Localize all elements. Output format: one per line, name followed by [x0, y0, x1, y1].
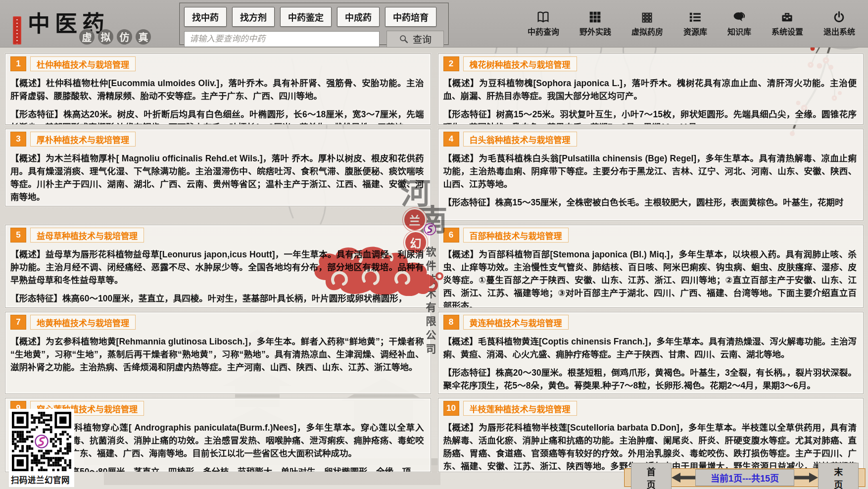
card-number: 3 — [10, 132, 26, 147]
card-overview: 【概述】为木兰科植物厚朴[ Magnoliu officinalis Rehd.… — [10, 152, 424, 203]
card-morphology: 【形态特征】株高20～30厘米。根茎短粗，倒鸡爪形，黄褐色。叶基生，3全裂，有长… — [443, 366, 857, 392]
app-subtitle: 虚 拟 仿 真 — [79, 29, 151, 45]
last-page-button[interactable]: 末页 — [818, 463, 859, 489]
tab-herb-cultivation[interactable]: 中药培育 — [385, 7, 436, 27]
article-card: 6百部种植技术与栽培管理 【概述】为百部科植物百部[Stemona japoni… — [438, 225, 864, 308]
lanhuan-logo-icon — [34, 434, 49, 449]
previous-page-arrow[interactable] — [672, 473, 695, 483]
magnifier-icon — [399, 34, 409, 44]
card-overview: 【概述】为百部科植物百部[Stemona japonica (Bl.) Miq.… — [443, 248, 857, 308]
card-overview: 【概述】杜仲科植物杜仲[Eucommia ulmoides Oliv.]，落叶乔… — [10, 77, 424, 102]
card-number: 6 — [443, 228, 459, 243]
arrow-left-icon — [672, 473, 695, 483]
qr-caption: 扫码进兰幻官网 — [11, 472, 72, 486]
qr-code-block: 扫码进兰幻官网 — [9, 409, 74, 487]
card-title[interactable]: 杜仲种植技术与栽培管理 — [30, 56, 136, 71]
article-card: 1杜仲种植技术与栽培管理 【概述】杜仲科植物杜仲[Eucommia ulmoid… — [5, 53, 431, 125]
card-morphology: 【形态特征】株高60～100厘米，茎直立，具四棱。叶对生，茎基部叶具长柄，叶片圆… — [10, 292, 424, 305]
arrow-right-icon — [794, 473, 818, 483]
app-header: 中医药 虚 拟 仿 真 找中药 找方剂 中药鉴定 中成药 中药培育 查询 — [0, 0, 868, 48]
card-overview: 【概述】益母草为唇形花科植物益母草[Leonurus japon,icus Ho… — [10, 248, 424, 287]
subtitle-char: 仿 — [117, 29, 132, 45]
subtitle-char: 虚 — [79, 29, 95, 45]
cells-icon — [640, 10, 654, 24]
card-morphology: 【形态特征】树高15～25米。羽状复叶互生，小叶7～15枚，卵状矩圆形。先端具细… — [443, 108, 857, 125]
app-logo: 中医药 虚 拟 仿 真 — [0, 0, 174, 47]
card-number: 8 — [443, 315, 459, 330]
card-title[interactable]: 黄连种植技术与栽培管理 — [463, 315, 569, 330]
nav-herb-query[interactable]: 中药查询 — [528, 10, 559, 37]
search-row: 查询 — [184, 31, 444, 48]
list-icon — [688, 10, 702, 24]
card-title[interactable]: 半枝莲种植技术与栽培管理 — [463, 401, 577, 416]
book-icon — [536, 10, 550, 24]
grid-icon — [588, 10, 602, 24]
article-card: 7地黄种植技术与栽培管理 【概述】为玄参科植物地黄[Rehmannia glut… — [5, 312, 431, 394]
tab-herb-identification[interactable]: 中药鉴定 — [280, 7, 332, 27]
search-button[interactable]: 查询 — [386, 31, 444, 48]
card-morphology: 【形态特征】株高达20米。树皮、叶折断后均具有白色细丝。叶椭圆形，长6～18厘米… — [10, 108, 424, 125]
card-number: 2 — [443, 56, 459, 71]
card-overview: 【概述】为豆科植物槐[Sophora japonica L.]，落叶乔木。槐树花… — [443, 77, 857, 102]
card-number: 7 — [10, 315, 26, 330]
tab-find-herb[interactable]: 找中药 — [184, 7, 227, 27]
power-icon — [832, 10, 846, 24]
main-nav: 中药查询 野外实践 虚拟药房 资源库 知识库 系统设置 — [528, 10, 868, 37]
card-number: 10 — [443, 401, 459, 416]
chat-icon — [732, 10, 746, 24]
article-card: 4白头翁种植技术与栽培管理 【概述】为毛茛科植株白头翁[Pulsatilla c… — [438, 129, 864, 221]
article-card: 5益母草种植技术与栽培管理 【概述】益母草为唇形花科植物益母草[Leonurus… — [5, 225, 431, 308]
card-overview: 【概述】为玄参科植物地黄[Rehmannia glutinosa Libosch… — [10, 335, 424, 374]
subtitle-char: 真 — [136, 29, 151, 45]
pagination-bar: 首页 当前1页---共15页 末页 — [624, 468, 866, 487]
card-overview: 【概述】毛茛科植物黄连[Coptis chinensis Franch.]，多年… — [443, 335, 857, 361]
card-title[interactable]: 益母草种植技术与栽培管理 — [30, 228, 144, 243]
search-input[interactable] — [184, 31, 380, 47]
nav-system-settings[interactable]: 系统设置 — [772, 10, 803, 37]
next-page-arrow[interactable] — [794, 473, 818, 483]
nav-knowledge-base[interactable]: 知识库 — [727, 10, 751, 37]
card-number: 4 — [443, 132, 459, 147]
card-title[interactable]: 槐花树种植技术与栽培管理 — [463, 56, 577, 71]
article-card: 2槐花树种植技术与栽培管理 【概述】为豆科植物槐[Sophora japonic… — [438, 53, 864, 125]
tab-patent-medicine[interactable]: 中成药 — [337, 7, 380, 27]
app-window: 中医药 虚 拟 仿 真 找中药 找方剂 中药鉴定 中成药 中药培育 查询 — [0, 0, 868, 489]
search-panel: 找中药 找方剂 中药鉴定 中成药 中药培育 查询 — [179, 2, 449, 45]
tab-find-prescription[interactable]: 找方剂 — [232, 7, 275, 27]
card-title[interactable]: 厚朴种植技术与栽培管理 — [30, 132, 136, 147]
subtitle-char: 拟 — [98, 29, 113, 45]
card-number: 5 — [10, 228, 26, 243]
card-title[interactable]: 地黄种植技术与栽培管理 — [30, 315, 136, 330]
nav-exit-system[interactable]: 退出系统 — [823, 10, 855, 37]
article-list: 1杜仲种植技术与栽培管理 【概述】杜仲科植物杜仲[Eucommia ulmoid… — [5, 53, 864, 472]
card-number: 1 — [10, 56, 26, 71]
card-morphology: 【形态特征】株高15～35厘米，全株密被白色长毛。主根较肥大，圆柱形，表面黄棕色… — [443, 196, 857, 209]
page-status: 当前1页---共15页 — [695, 469, 795, 486]
search-tabs: 找中药 找方剂 中药鉴定 中成药 中药培育 — [184, 7, 444, 27]
article-card: 10半枝莲种植技术与栽培管理 【概述】为唇形花科植物半枝莲[Scutellori… — [438, 398, 864, 472]
nav-virtual-pharmacy[interactable]: 虚拟药房 — [631, 10, 663, 37]
card-overview: 【概述】为毛茛科植株白头翁[Pulsatilla chinensis (Bge)… — [443, 152, 857, 191]
nav-resource-library[interactable]: 资源库 — [683, 10, 707, 37]
article-card: 8黄连种植技术与栽培管理 【概述】毛茛科植物黄连[Coptis chinensi… — [438, 312, 864, 394]
toolbox-icon — [780, 10, 794, 24]
card-title[interactable]: 百部种植技术与栽培管理 — [463, 228, 569, 243]
card-title[interactable]: 白头翁种植技术与栽培管理 — [463, 132, 577, 147]
nav-field-practice[interactable]: 野外实践 — [579, 10, 611, 37]
article-card: 3厚朴种植技术与栽培管理 【概述】为木兰科植物厚朴[ Magnoliu offi… — [5, 129, 431, 206]
first-page-button[interactable]: 首页 — [631, 463, 672, 489]
red-seal-stamp — [13, 16, 21, 45]
